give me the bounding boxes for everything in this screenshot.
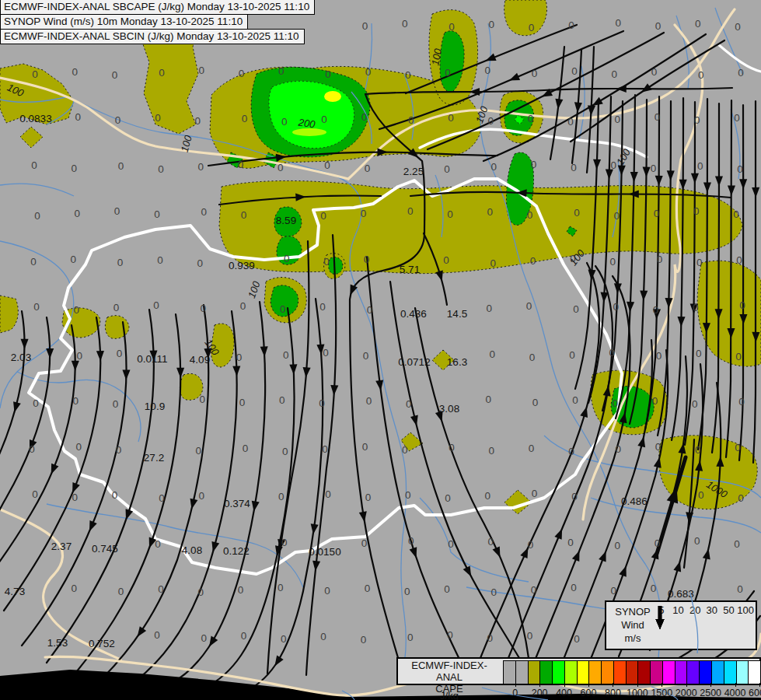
zero-value-label: 0: [33, 397, 39, 409]
zero-value-label: 0: [653, 304, 659, 316]
zero-value-label: 0: [488, 115, 494, 127]
zero-value-label: 0: [408, 535, 414, 547]
cape-swatch: [737, 661, 749, 684]
zero-value-label: 0: [319, 301, 326, 313]
zero-value-label: 0: [488, 536, 494, 548]
zero-value-label: 0: [361, 537, 368, 549]
zero-value-label: 0: [613, 210, 620, 222]
cape-tick-mark: [710, 683, 711, 687]
synop-legend-line1: SYNOP: [613, 605, 653, 618]
zero-value-label: 0: [486, 394, 492, 405]
station-value-label: 3.08: [439, 403, 459, 415]
weather-map-canvas: 0000000000000000000000000000000000000000…: [0, 0, 761, 700]
zero-value-label: 0: [447, 208, 453, 220]
zero-value-label: 0: [445, 67, 451, 79]
cape-tick-label: 6000: [749, 688, 761, 698]
zero-value-label: 0: [487, 303, 493, 314]
zero-value-label: 0: [573, 303, 579, 315]
zero-value-label: 0: [448, 112, 454, 124]
zero-value-label: 0: [531, 584, 537, 596]
zero-value-label: 0: [489, 19, 495, 30]
zero-value-label: 0: [283, 349, 289, 361]
zero-value-label: 0: [529, 443, 535, 454]
zero-value-label: 0: [243, 443, 249, 454]
zero-value-label: 0: [72, 66, 79, 78]
zero-value-label: 0: [324, 159, 330, 171]
zero-value-label: 0: [738, 396, 745, 408]
zero-value-label: 0: [158, 163, 164, 175]
zero-value-label: 0: [532, 397, 539, 408]
zero-value-label: 0: [407, 632, 414, 643]
station-value-label: 1.53: [47, 637, 68, 649]
zero-value-label: 0: [695, 444, 701, 456]
zero-value-label: 0: [154, 629, 160, 641]
station-value-label: 0.0150: [309, 546, 340, 558]
station-value-label: 0.745: [92, 543, 118, 555]
zero-value-label: 0: [241, 630, 247, 642]
zero-value-label: 0: [194, 115, 201, 127]
cape-tick-mark: [613, 683, 613, 687]
zero-value-label: 0: [33, 301, 40, 313]
zero-value-label: 0: [693, 302, 699, 313]
cape-swatch: [565, 661, 578, 684]
zero-value-label: 0: [32, 68, 38, 80]
zero-value-label: 0: [405, 69, 411, 81]
zero-value-label: 0: [278, 162, 284, 173]
zero-value-label: 0: [325, 68, 331, 80]
zero-value-label: 0: [571, 162, 577, 173]
zero-value-label: 0: [113, 302, 120, 313]
cape-tick-mark: [735, 683, 736, 687]
station-value-label: 4.08: [182, 544, 202, 556]
zero-value-label: 0: [402, 444, 408, 456]
station-value-label: 0.374: [224, 498, 250, 509]
zero-value-label: 0: [319, 397, 325, 409]
zero-value-label: 0: [529, 352, 536, 363]
station-value-label: 0.0712: [398, 356, 430, 368]
cape-tick-label: 2500: [700, 688, 721, 698]
station-value-label: 2.25: [403, 166, 424, 177]
wind-speed-column: 30: [703, 604, 721, 649]
zero-value-label: 0: [611, 68, 617, 80]
zero-value-label: 0: [324, 585, 330, 597]
station-value-label: 0.436: [400, 308, 427, 320]
zero-value-label: 0: [405, 489, 411, 501]
zero-value-label: 0: [696, 257, 703, 268]
zero-value-label: 0: [739, 299, 745, 311]
zero-value-label: 0: [320, 210, 326, 222]
zero-value-label: 0: [695, 18, 701, 30]
zero-value-label: 0: [651, 583, 657, 594]
zero-value-label: 0: [614, 540, 620, 551]
zero-value-label: 0: [366, 395, 372, 407]
zero-value-label: 0: [322, 443, 328, 455]
zero-value-label: 0: [489, 445, 495, 457]
zero-value-label: 0: [284, 253, 290, 264]
wind-speed-label: 20: [689, 604, 700, 616]
zero-value-label: 0: [323, 347, 329, 359]
cape-swatch: [675, 661, 688, 684]
station-value-label: 27.2: [144, 452, 164, 464]
cape-colour-legend: ECMWF-INDEX-ANAL CAPE J/kg 0200400600800…: [396, 657, 761, 685]
zero-value-label: 0: [118, 586, 124, 597]
zero-value-label: 0: [490, 348, 496, 360]
cape-swatch: [749, 661, 760, 684]
zero-value-label: 0: [72, 583, 78, 594]
zero-value-label: 0: [76, 441, 82, 453]
cape-tick-label: 0: [512, 688, 518, 698]
zero-value-label: 0: [735, 442, 741, 453]
synop-wind-legend: SYNOP Wind m/s 510203050100: [605, 600, 757, 650]
synop-legend-line2: Wind: [613, 618, 653, 632]
cape-swatch: [627, 661, 639, 684]
zero-value-label: 0: [158, 583, 164, 595]
zero-value-label: 0: [571, 582, 577, 593]
cape-swatch: [516, 661, 529, 684]
zero-value-label: 0: [487, 632, 494, 644]
station-value-label: 4.09: [190, 354, 210, 366]
zero-value-label: 0: [444, 163, 450, 175]
zero-value-label: 0: [31, 159, 37, 171]
zero-value-label: 0: [112, 489, 118, 501]
zero-value-label: 0: [75, 208, 81, 219]
zero-value-label: 0: [574, 633, 580, 645]
cape-tick-mark: [637, 683, 638, 687]
zero-value-label: 0: [485, 65, 491, 76]
cape-tick-mark: [539, 683, 540, 687]
